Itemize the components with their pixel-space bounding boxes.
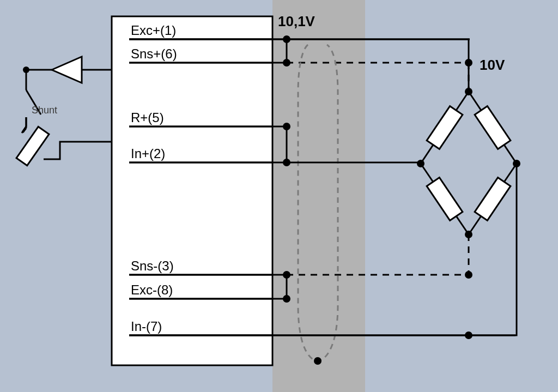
svg-rect-25 bbox=[475, 178, 511, 221]
voltage-sense-label: 10V bbox=[480, 57, 505, 73]
wire-shunt-return-visible bbox=[44, 142, 112, 159]
pin-label-in-minus: In-(7) bbox=[131, 319, 162, 334]
pin-label-sns-plus: Sns+(6) bbox=[131, 46, 177, 61]
svg-point-37 bbox=[465, 59, 472, 67]
svg-rect-22 bbox=[427, 106, 463, 149]
svg-point-32 bbox=[283, 59, 290, 67]
wheatstone-bridge bbox=[417, 88, 520, 238]
pin-label-exc-minus: Exc-(8) bbox=[131, 282, 173, 297]
shield-drain-node bbox=[314, 357, 322, 365]
voltage-driver-label: 10,1V bbox=[278, 13, 316, 29]
svg-point-35 bbox=[283, 271, 290, 279]
shunt-text-label: Shunt bbox=[32, 105, 57, 116]
circuit-diagram: Exc+(1) Sns+(6) R+(5) In+(2) Sns-(3) Exc… bbox=[0, 0, 558, 392]
svg-point-33 bbox=[283, 123, 290, 130]
svg-point-34 bbox=[283, 159, 290, 166]
pin-label-in-plus: In+(2) bbox=[131, 146, 165, 161]
svg-point-39 bbox=[465, 331, 472, 339]
svg-point-31 bbox=[283, 35, 290, 43]
svg-point-38 bbox=[465, 271, 472, 279]
svg-point-29 bbox=[465, 231, 472, 238]
svg-point-36 bbox=[283, 295, 290, 303]
pin-label-exc-plus: Exc+(1) bbox=[131, 23, 176, 38]
pin-label-r-plus: R+(5) bbox=[131, 110, 164, 125]
svg-point-26 bbox=[465, 88, 472, 95]
svg-rect-24 bbox=[427, 178, 463, 221]
svg-point-28 bbox=[513, 160, 520, 167]
svg-rect-23 bbox=[475, 106, 511, 149]
pin-label-sns-minus: Sns-(3) bbox=[131, 258, 174, 273]
amp-triangle-icon bbox=[52, 57, 82, 83]
module-box bbox=[112, 16, 272, 365]
